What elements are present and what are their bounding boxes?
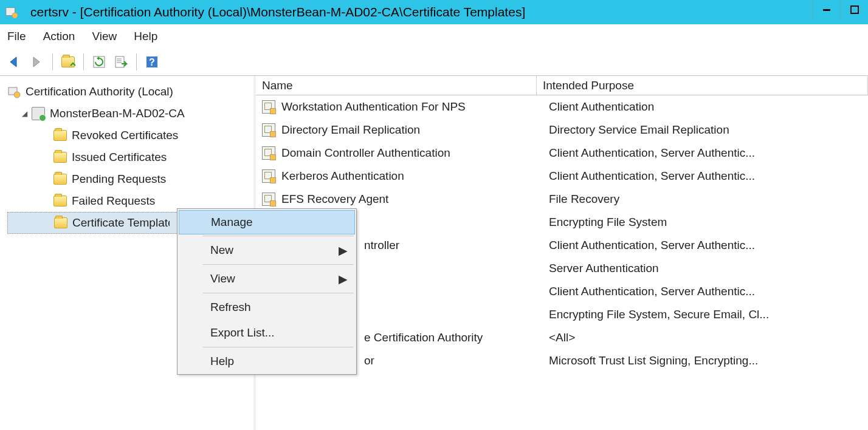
svg-rect-3: [851, 6, 858, 13]
cm-label: Export List...: [210, 326, 275, 340]
cm-label: New: [210, 244, 233, 257]
toolbar-separator: [136, 53, 137, 70]
refresh-button[interactable]: [90, 53, 108, 71]
cell-purpose: Client Authentication, Server Authentic.…: [543, 146, 868, 160]
context-menu-view[interactable]: View▶: [177, 266, 356, 292]
tree-revoked[interactable]: Revoked Certificates: [7, 125, 251, 146]
column-header-purpose[interactable]: Intended Purpose: [537, 76, 868, 95]
list-row[interactable]: Workstation Authentication For NPSClient…: [256, 95, 868, 118]
expand-icon[interactable]: ◢: [22, 109, 29, 118]
tree-ca-label: MonsterBean-M-AD02-CA: [50, 107, 185, 120]
cell-purpose: <All>: [543, 331, 868, 344]
menubar: File Action View Help: [0, 24, 868, 49]
certificate-template-icon: [262, 169, 275, 183]
tree-ca-node[interactable]: ◢ MonsterBean-M-AD02-CA: [7, 103, 251, 125]
cell-name: Workstation Authentication For NPS: [262, 100, 543, 114]
list-row[interactable]: Domain Controller AuthenticationClient A…: [256, 142, 868, 165]
certificate-template-icon: [262, 100, 275, 114]
cell-name-text: Kerberos Authentication: [281, 169, 404, 183]
cell-purpose: Client Authentication, Server Authentic.…: [543, 285, 868, 298]
tree-label: Pending Requests: [72, 172, 166, 186]
svg-text:?: ?: [149, 57, 155, 67]
list-row[interactable]: EFS Recovery AgentFile Recovery: [256, 188, 868, 211]
cell-purpose: Encrypting File System, Secure Email, Cl…: [543, 308, 868, 321]
help-button[interactable]: ?: [143, 53, 161, 71]
context-menu: Manage New▶ View▶ Refresh Export List...…: [177, 208, 357, 375]
folder-icon: [53, 174, 67, 185]
ca-root-icon: [7, 85, 21, 98]
cell-name: Directory Email Replication: [262, 123, 543, 137]
content-area: Certification Authority (Local) ◢ Monste…: [0, 76, 868, 430]
menu-help[interactable]: Help: [134, 30, 157, 43]
tree-root[interactable]: Certification Authority (Local): [7, 81, 251, 103]
context-menu-export[interactable]: Export List...: [177, 320, 356, 346]
tree-label: Issued Certificates: [72, 151, 167, 164]
context-menu-separator: [203, 347, 354, 347]
cell-purpose: Client Authentication, Server Authentic.…: [543, 239, 868, 252]
certificate-template-icon: [262, 146, 275, 160]
cell-purpose: Directory Service Email Replication: [543, 123, 868, 137]
cell-name: Domain Controller Authentication: [262, 146, 543, 160]
tree-label: Revoked Certificates: [72, 129, 178, 142]
list-row[interactable]: Kerberos AuthenticationClient Authentica…: [256, 165, 868, 188]
cell-name-text: Domain Controller Authentication: [281, 146, 450, 160]
cell-purpose: File Recovery: [543, 193, 868, 206]
context-menu-help[interactable]: Help: [177, 349, 356, 374]
export-button[interactable]: [112, 53, 130, 71]
tree-label: Failed Requests: [72, 194, 155, 208]
maximize-button[interactable]: [840, 0, 868, 19]
cell-purpose: Client Authentication: [543, 100, 868, 114]
cell-name-text: Directory Email Replication: [281, 123, 420, 137]
tree-issued[interactable]: Issued Certificates: [7, 146, 251, 168]
cell-purpose: Server Authentication: [543, 262, 868, 275]
window-title: certsrv - [Certification Authority (Loca…: [30, 5, 525, 19]
menu-file[interactable]: File: [7, 30, 26, 43]
cell-name: Kerberos Authentication: [262, 169, 543, 183]
svg-point-1: [12, 13, 18, 18]
cm-label: Help: [210, 355, 234, 368]
toolbar: ?: [0, 49, 868, 76]
cell-purpose: Encrypting File System: [543, 216, 868, 229]
up-button[interactable]: [59, 53, 77, 71]
chevron-right-icon: ▶: [339, 244, 348, 258]
cell-name-text: ntroller: [364, 239, 399, 252]
context-menu-refresh[interactable]: Refresh: [177, 295, 356, 320]
folder-icon: [53, 152, 67, 163]
tree-root-label: Certification Authority (Local): [26, 85, 173, 98]
col-label: Intended Purpose: [543, 79, 634, 92]
svg-rect-5: [115, 56, 124, 67]
forward-button[interactable]: [28, 53, 46, 71]
column-header-name[interactable]: Name: [256, 76, 537, 95]
cell-name: EFS Recovery Agent: [262, 193, 543, 206]
context-menu-manage[interactable]: Manage: [179, 210, 355, 234]
cell-purpose: Client Authentication, Server Authentic.…: [543, 169, 868, 183]
list-row[interactable]: Directory Email ReplicationDirectory Ser…: [256, 118, 868, 142]
cell-name-text: or: [364, 354, 374, 367]
svg-point-12: [14, 92, 20, 98]
toolbar-separator: [83, 53, 84, 70]
tree-label: Certificate Templates: [72, 216, 170, 230]
cell-name-text: Workstation Authentication For NPS: [281, 100, 466, 114]
folder-icon: [53, 130, 67, 141]
toolbar-separator: [52, 53, 53, 70]
tree-pane: Certification Authority (Local) ◢ Monste…: [0, 76, 256, 430]
app-icon: [5, 5, 18, 19]
cell-purpose: Microsoft Trust List Signing, Encrypting…: [543, 354, 868, 367]
context-menu-separator: [203, 264, 354, 265]
menu-view[interactable]: View: [92, 30, 117, 43]
chevron-right-icon: ▶: [339, 272, 348, 286]
svg-rect-2: [823, 9, 830, 11]
list-header: Name Intended Purpose: [256, 76, 868, 95]
folder-icon: [54, 217, 67, 228]
cm-label: Refresh: [210, 301, 251, 314]
cell-name-text: e Certification Authority: [364, 331, 483, 344]
menu-action[interactable]: Action: [43, 30, 75, 43]
col-label: Name: [262, 79, 293, 92]
minimize-button[interactable]: [812, 0, 840, 19]
titlebar[interactable]: certsrv - [Certification Authority (Loca…: [0, 0, 868, 24]
back-button[interactable]: [6, 53, 24, 71]
context-menu-new[interactable]: New▶: [177, 237, 356, 263]
cell-name-text: EFS Recovery Agent: [281, 193, 388, 206]
certificate-template-icon: [262, 123, 275, 137]
tree-pending[interactable]: Pending Requests: [7, 168, 251, 190]
